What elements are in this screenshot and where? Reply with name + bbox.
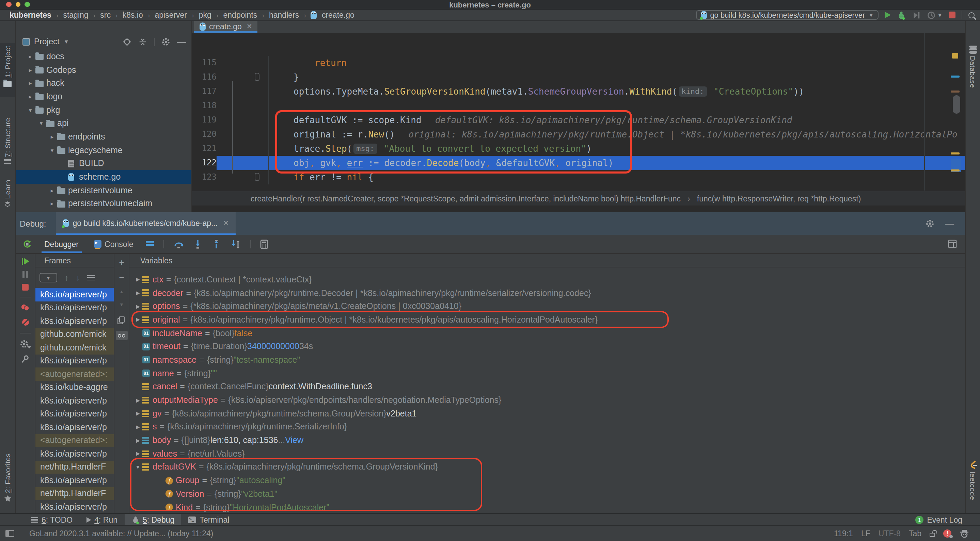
tree-item-persistentvolumeclaim[interactable]: ▸persistentvolumeclaim bbox=[16, 197, 191, 210]
move-watch-up-icon[interactable]: ▲ bbox=[119, 289, 124, 294]
mute-breakpoints-icon[interactable] bbox=[21, 318, 30, 327]
expand-arrow-icon[interactable]: ▶ bbox=[134, 303, 142, 309]
code-line-123[interactable]: 123if err != nil { bbox=[192, 170, 965, 184]
code-line-118[interactable]: 118 bbox=[192, 99, 965, 113]
expand-arrow-icon[interactable]: ▶ bbox=[134, 317, 142, 323]
fold-marker-icon[interactable] bbox=[255, 173, 259, 181]
breadcrumb-item-staging[interactable]: staging bbox=[63, 11, 88, 19]
expand-arrow-icon[interactable]: ▶ bbox=[134, 437, 142, 443]
frame-row[interactable]: net/http.HandlerF bbox=[35, 460, 114, 474]
duplicate-watch-icon[interactable] bbox=[119, 316, 124, 322]
code-line-119[interactable]: 119defaultGVK := scope.KinddefaultGVK: k… bbox=[192, 113, 965, 127]
frame-row[interactable]: k8s.io/apiserver/p bbox=[35, 407, 114, 420]
run-configuration-select[interactable]: go build k8s.io/kubernetes/cmd/kube-apis… bbox=[696, 10, 878, 20]
expand-arrow-icon[interactable]: ▶ bbox=[134, 410, 142, 416]
sidebar-item-leetcode[interactable]: leetcode bbox=[966, 460, 980, 528]
expand-arrow-icon[interactable]: ▶ bbox=[134, 290, 142, 296]
code-line-117[interactable]: 117options.TypeMeta.SetGroupVersionKind(… bbox=[192, 84, 965, 99]
rerun-icon[interactable] bbox=[22, 239, 32, 249]
frame-row[interactable]: k8s.io/apiserver/p bbox=[35, 447, 114, 460]
variable-row-values[interactable]: ▶values={net/url.Values} bbox=[129, 447, 965, 460]
tool-window-toggle-icon[interactable] bbox=[5, 530, 14, 537]
frame-row[interactable]: k8s.io/apiserver/p bbox=[35, 420, 114, 434]
tab-debugger[interactable]: Debugger bbox=[41, 235, 81, 253]
frame-down-icon[interactable]: ↓ bbox=[76, 274, 80, 282]
run-to-cursor-icon[interactable] bbox=[230, 239, 240, 249]
toolwindow-run[interactable]: 4: Run bbox=[80, 514, 124, 525]
tree-item-endpoints[interactable]: ▸endpoints bbox=[16, 130, 191, 143]
remove-watch-icon[interactable]: − bbox=[119, 274, 124, 281]
frame-row[interactable]: k8s.io/apiserver/p bbox=[35, 314, 114, 328]
breadcrumb-item-handlers[interactable]: handlers bbox=[269, 11, 299, 19]
indent-style[interactable]: Tab bbox=[909, 530, 921, 538]
expand-arrow-icon[interactable]: ▼ bbox=[134, 464, 142, 470]
sidebar-item-learn[interactable]: Learn bbox=[0, 180, 15, 215]
frame-row[interactable]: github.com/emick bbox=[35, 341, 114, 354]
tree-item-scheme.go[interactable]: scheme.go bbox=[16, 170, 191, 183]
scrollbar-thumb[interactable] bbox=[953, 95, 960, 114]
add-watch-icon[interactable]: + bbox=[119, 259, 124, 266]
close-tab-icon[interactable]: ✕ bbox=[247, 22, 252, 30]
frame-row[interactable]: github.com/emick bbox=[35, 328, 114, 341]
variable-row-defaultGVK[interactable]: ▼defaultGVK={k8s.io/apimachinery/pkg/run… bbox=[129, 460, 965, 474]
status-message[interactable]: GoLand 2020.3.1 available: // Update... … bbox=[29, 530, 213, 538]
thread-select[interactable]: ▼ bbox=[40, 273, 57, 282]
notification-icon[interactable]: ! bbox=[943, 530, 951, 538]
hide-tool-window-icon[interactable]: — bbox=[177, 40, 186, 44]
sidebar-item-structure[interactable]: 7: Structure bbox=[0, 118, 15, 171]
sidebar-item-project[interactable]: 1: Project bbox=[0, 43, 15, 97]
variable-row-ctx[interactable]: ▶ctx={context.Context | *context.valueCt… bbox=[129, 273, 965, 286]
expand-arrow-icon[interactable]: ▶ bbox=[134, 451, 142, 457]
move-watch-down-icon[interactable]: ▼ bbox=[119, 302, 124, 307]
frame-row[interactable]: <autogenerated>: bbox=[35, 368, 114, 381]
restore-layout-icon[interactable] bbox=[948, 240, 957, 248]
fold-marker-icon[interactable] bbox=[255, 73, 259, 81]
variable-row-Group[interactable]: fGroup={string} "autoscaling" bbox=[129, 474, 965, 487]
variable-row-namespace[interactable]: 01namespace={string} "test-namespace" bbox=[129, 353, 965, 366]
breadcrumb-item-create.go[interactable]: create.go bbox=[322, 11, 355, 19]
tree-item-pkg[interactable]: ▾pkg bbox=[16, 103, 191, 117]
frame-row[interactable]: k8s.io/apiserver/p bbox=[35, 394, 114, 407]
expand-arrow-icon[interactable]: ▶ bbox=[134, 277, 142, 283]
tab-create-go[interactable]: create.go ✕ bbox=[194, 21, 258, 33]
tree-item-docs[interactable]: ▸docs bbox=[16, 50, 191, 63]
breadcrumb-item-k8s.io[interactable]: k8s.io bbox=[123, 11, 143, 19]
code-area[interactable]: 115return116}117options.TypeMeta.SetGrou… bbox=[192, 33, 965, 190]
debug-session-tab[interactable]: go build k8s.io/kubernetes/cmd/kube-ap..… bbox=[56, 212, 235, 235]
code-line-122[interactable]: 122obj, gvk, err := decoder.Decode(body,… bbox=[192, 156, 965, 170]
breadcrumb-item-endpoints[interactable]: endpoints bbox=[223, 11, 258, 19]
gear-icon[interactable] bbox=[161, 37, 170, 46]
code-line-121[interactable]: 121trace.Step(msg: "About to convert to … bbox=[192, 141, 965, 156]
code-line-120[interactable]: 120original := r.New()original: k8s.io/a… bbox=[192, 127, 965, 141]
breadcrumb-item-src[interactable]: src bbox=[100, 11, 111, 19]
profiler-button[interactable]: ▼ bbox=[927, 11, 943, 19]
frames-menu-icon[interactable] bbox=[87, 275, 95, 280]
file-encoding[interactable]: UTF-8 bbox=[878, 530, 900, 538]
breadcrumb-item-apiserver[interactable]: apiserver bbox=[154, 11, 187, 19]
tree-item-legacyscheme[interactable]: ▾legacyscheme bbox=[16, 144, 191, 157]
breadcrumb-item-kubernetes[interactable]: kubernetes bbox=[10, 11, 51, 19]
sidebar-item-database[interactable]: Database bbox=[966, 46, 980, 96]
variable-row-s[interactable]: ▶s={k8s.io/apimachinery/pkg/runtime.Seri… bbox=[129, 420, 965, 433]
code-line-116[interactable]: 116} bbox=[192, 70, 965, 84]
pause-program-icon[interactable] bbox=[22, 271, 28, 278]
hide-debug-icon[interactable]: — bbox=[945, 222, 954, 225]
resume-program-icon[interactable] bbox=[21, 258, 29, 265]
locate-file-icon[interactable] bbox=[123, 37, 131, 46]
tree-item-persistentvolume[interactable]: ▸persistentvolume bbox=[16, 184, 191, 197]
run-button[interactable] bbox=[885, 11, 891, 18]
debug-settings-gear-icon[interactable] bbox=[19, 340, 31, 348]
variable-row-Kind[interactable]: fKind={string} "HorizontalPodAutoscaler" bbox=[129, 500, 965, 513]
frame-row[interactable]: k8s.io/apiserver/p bbox=[35, 301, 114, 314]
frame-row[interactable]: k8s.io/apiserver/p bbox=[35, 500, 114, 513]
tree-item-logo[interactable]: ▸logo bbox=[16, 90, 191, 103]
frame-row[interactable]: net/http.HandlerF bbox=[35, 487, 114, 500]
toolwindow-todo[interactable]: 6: TODO bbox=[24, 514, 80, 525]
view-breakpoints-icon[interactable] bbox=[21, 303, 30, 312]
tree-item-Godeps[interactable]: ▸Godeps bbox=[16, 63, 191, 76]
pin-icon[interactable] bbox=[21, 355, 29, 363]
variable-row-name[interactable]: 01name={string} "" bbox=[129, 367, 965, 380]
breadcrumb-item-pkg[interactable]: pkg bbox=[199, 11, 212, 19]
run-with-coverage-button[interactable] bbox=[912, 11, 921, 19]
debug-button[interactable] bbox=[897, 11, 906, 19]
